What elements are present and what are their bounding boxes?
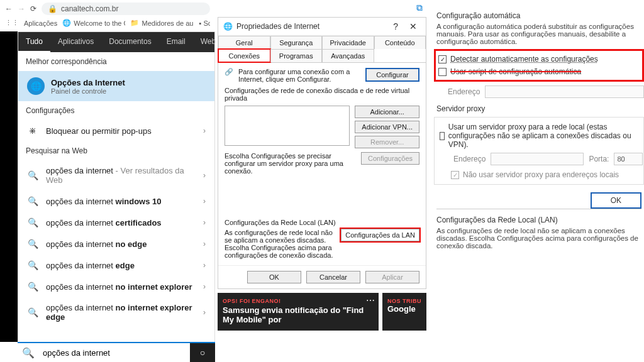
use-proxy-row[interactable]: Usar um servidor proxy para a rede local…	[440, 123, 638, 149]
chevron-right-icon: ›	[203, 218, 206, 227]
suggestion-text: opções da internet no internet explorer …	[46, 303, 196, 322]
bookmark-1[interactable]: 🌐 Welcome to the Cl...	[62, 19, 125, 27]
web-heading: Pesquisar na Web	[18, 141, 214, 160]
address-bar[interactable]: 🔒 canaltech.com.br	[42, 3, 210, 15]
search-icon: 🔍	[27, 260, 38, 270]
web-suggestion[interactable]: 🔍opções da internet windows 10›	[18, 190, 214, 212]
divider	[436, 209, 641, 209]
best-match-result[interactable]: 🌐 Opções da Internet Painel de controle	[18, 71, 214, 101]
web-suggestion[interactable]: 🔍opções da internet no edge›	[18, 233, 214, 255]
lan-note-2: As configurações de rede local não se ap…	[436, 227, 644, 250]
lan-ok-button[interactable]: OK	[591, 192, 641, 209]
bookmark-3[interactable]: ▪ So	[199, 19, 210, 27]
bypass-local-label: Não usar servidor proxy para endereços l…	[463, 170, 619, 179]
tab-seguranca[interactable]: Segurança	[270, 36, 323, 49]
apps-icon[interactable]: ⋮⋮	[5, 19, 19, 27]
close-icon[interactable]: ✕	[406, 21, 421, 31]
promo-tag-2: NOS TRIBU	[387, 298, 421, 304]
tab-programas[interactable]: Programas	[270, 49, 323, 62]
search-icon: 🔍	[27, 282, 38, 292]
cortana-icon[interactable]: ○	[190, 343, 215, 362]
internet-properties-dialog: 🌐 Propriedades de Internet ? ✕ Geral Seg…	[218, 17, 426, 289]
add-connection-button[interactable]: Adicionar...	[355, 106, 419, 118]
globe-icon: 🌐	[223, 22, 233, 31]
lan-heading-2: Configurações da Rede Local (LAN)	[436, 216, 644, 224]
dialog-footer: OK Cancelar Aplicar	[218, 265, 426, 288]
back-icon[interactable]: ←	[5, 4, 13, 13]
bookmarks-label: Aplicações	[24, 19, 57, 27]
dialog-titlebar: 🌐 Propriedades de Internet ? ✕	[218, 18, 426, 36]
best-match-subtitle: Painel de controle	[51, 87, 125, 95]
apply-button: Aplicar	[365, 271, 419, 283]
help-icon[interactable]: ?	[389, 21, 402, 31]
dialog-tabs: Geral Segurança Privacidade Conteúdo Con…	[218, 36, 426, 63]
add-vpn-button[interactable]: Adicionar VPN...	[355, 121, 419, 133]
right-panel: Configuração automática A configuração a…	[429, 0, 644, 362]
script-address-input	[485, 85, 644, 98]
lan-settings-button[interactable]: Configurações da LAN	[341, 229, 419, 241]
dialog-body: 🔗 Para configurar uma conexão com a Inte…	[218, 63, 426, 265]
tab-conteudo[interactable]: Conteúdo	[374, 36, 426, 49]
settings-heading: Configurações	[18, 101, 214, 120]
search-input[interactable]	[39, 343, 190, 362]
connection-settings-button: Configurações	[361, 152, 419, 165]
web-suggestion[interactable]: 🔍opções da internet edge›	[18, 255, 214, 276]
use-proxy-label: Usar um servidor proxy para a rede local…	[448, 123, 638, 149]
tab-email[interactable]: Email	[159, 32, 193, 52]
connections-listbox[interactable]	[225, 106, 350, 146]
tab-all[interactable]: Tudo	[18, 32, 50, 52]
search-icon: 🔍	[27, 307, 38, 317]
taskbar-search[interactable]: 🔍 ○	[18, 342, 215, 362]
open-new-window-icon[interactable]: ⧉	[416, 3, 423, 13]
search-icon: 🔍	[27, 170, 38, 180]
ok-button[interactable]: OK	[247, 271, 301, 283]
port-label: Porta:	[589, 155, 609, 163]
promo-headline-2: Google	[387, 304, 421, 314]
tab-avancadas[interactable]: Avançadas	[322, 49, 374, 62]
bypass-local-row: Não usar servidor proxy para endereços l…	[451, 170, 638, 179]
tab-docs[interactable]: Documentos	[101, 32, 158, 52]
promo-tag-1: OPS! FOI ENGANO!	[223, 298, 374, 304]
tab-conexoes[interactable]: Conexões	[218, 49, 270, 62]
tab-privacidade[interactable]: Privacidade	[322, 36, 374, 49]
cancel-button[interactable]: Cancelar	[306, 271, 360, 283]
forward-icon[interactable]: →	[18, 4, 25, 13]
tab-apps[interactable]: Aplicativos	[50, 32, 101, 52]
reload-icon[interactable]: ⟳	[30, 4, 36, 13]
bookmark-2[interactable]: 📁 Medidores de audi...	[130, 19, 194, 27]
configure-button[interactable]: Configurar	[365, 68, 419, 82]
middle-panel: ⧉ 🌐 Propriedades de Internet ? ✕ Geral S…	[215, 0, 429, 362]
chevron-right-icon: ›	[203, 171, 206, 180]
proxy-address-row: Endereço Porta:	[453, 153, 638, 165]
suggestion-text: opções da internet no internet explorer	[46, 282, 196, 292]
search-icon: 🔍	[27, 196, 38, 206]
search-icon: 🔍	[18, 343, 39, 362]
promo-card-1[interactable]: ⋯ OPS! FOI ENGANO! Samsung envia notific…	[218, 293, 379, 331]
highlighted-auto-detect: Detectar automaticamente as configuraçõe…	[434, 49, 644, 82]
checkbox-icon[interactable]	[440, 132, 445, 140]
chevron-right-icon: ›	[203, 261, 206, 270]
web-suggestion[interactable]: 🔍opções da internet no internet explorer…	[18, 276, 214, 297]
suggestion-text: opções da internet - Ver resultados da W…	[46, 166, 196, 185]
url-text: canaltech.com.br	[61, 4, 118, 13]
chevron-right-icon: ›	[203, 308, 206, 317]
settings-item-popup[interactable]: ⛯ Bloquear ou permitir pop-ups ›	[18, 120, 214, 141]
promo-card-2[interactable]: NOS TRIBU Google	[382, 293, 426, 331]
use-script-row[interactable]: Usar script de configuração automática	[438, 67, 640, 76]
taskbar-stripe	[0, 31, 18, 342]
script-address-row: Endereço	[448, 85, 644, 98]
auto-config-desc: A configuração automática poderá substit…	[436, 23, 644, 45]
more-icon[interactable]: ⋯	[366, 295, 375, 305]
auto-config-title: Configuração automática	[436, 11, 644, 20]
checkbox-icon[interactable]	[438, 68, 447, 76]
web-suggestion[interactable]: 🔍opções da internet no internet explorer…	[18, 297, 214, 327]
dial-heading: Configurações de rede de conexão discada…	[225, 87, 419, 102]
auto-detect-row[interactable]: Detectar automaticamente as configuraçõe…	[438, 55, 640, 63]
web-suggestion[interactable]: 🔍opções da internet - Ver resultados da …	[18, 160, 214, 190]
checkbox-icon[interactable]	[438, 55, 447, 63]
wizard-icon: 🔗	[225, 68, 233, 76]
tab-geral[interactable]: Geral	[218, 36, 270, 49]
address-label: Endereço	[448, 87, 480, 96]
settings-item-label: Bloquear ou permitir pop-ups	[46, 126, 196, 136]
web-suggestion[interactable]: 🔍opções da internet certificados›	[18, 212, 214, 233]
